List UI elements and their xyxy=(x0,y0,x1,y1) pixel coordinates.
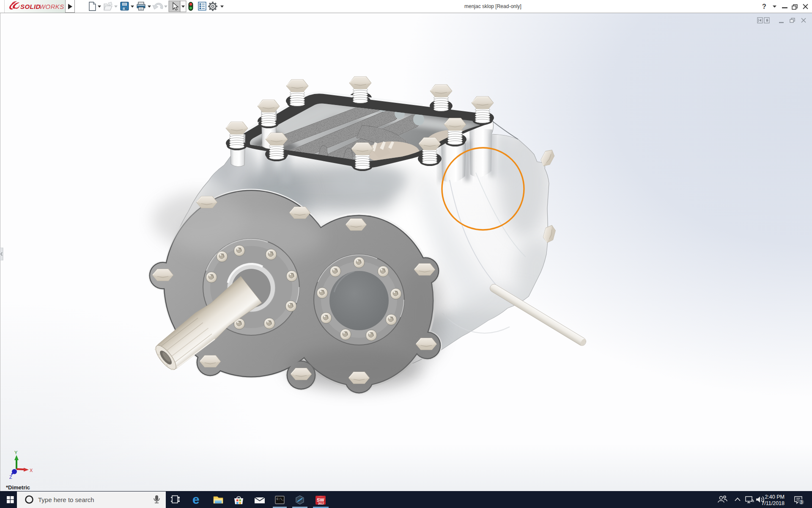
svg-text:7/11/2018: 7/11/2018 xyxy=(761,500,785,506)
svg-text:3: 3 xyxy=(800,500,803,505)
svg-text:Z: Z xyxy=(9,475,12,480)
svg-text:2:40 PM: 2:40 PM xyxy=(765,494,785,500)
svg-text:C:\_: C:\_ xyxy=(277,497,284,501)
svg-text:2017: 2017 xyxy=(318,502,324,505)
svg-text:X: X xyxy=(30,468,33,473)
svg-text:e: e xyxy=(192,492,200,506)
svg-text:WORKS: WORKS xyxy=(39,3,64,10)
svg-text:Y: Y xyxy=(14,450,18,455)
svg-text:?: ? xyxy=(762,3,766,10)
svg-text:SOLID: SOLID xyxy=(20,3,41,10)
